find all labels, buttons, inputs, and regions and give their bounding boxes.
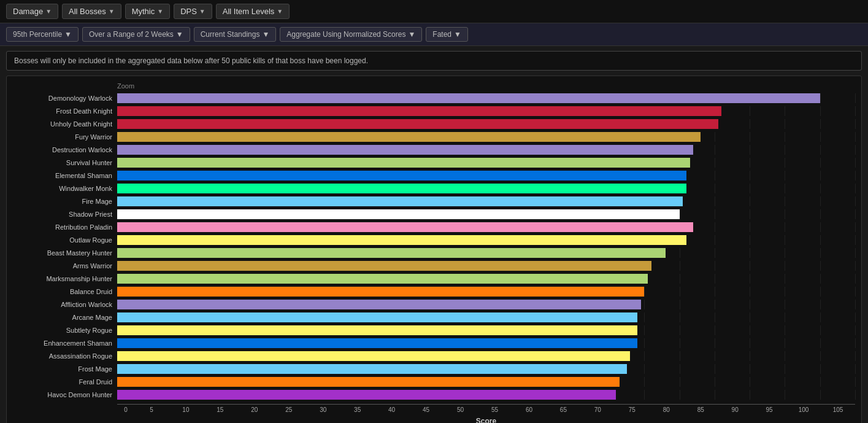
bar-row: Subtlety Rogue <box>13 324 855 336</box>
bar-label: Balance Druid <box>13 288 117 295</box>
x-tick: 65 <box>546 405 580 413</box>
x-tick: 50 <box>444 405 478 413</box>
nav-all-item-levels[interactable]: All Item Levels ▼ <box>216 4 290 19</box>
bar-fill <box>117 300 641 309</box>
bar-row: Feral Druid <box>13 376 855 388</box>
bar-label: Windwalker Monk <box>13 185 117 192</box>
bar-label: Unholy Death Knight <box>13 120 117 128</box>
bar-row: Arcane Mage <box>13 311 855 324</box>
bar-row: Frost Mage <box>13 363 855 375</box>
bar-track <box>117 338 855 348</box>
top-navigation: Damage ▼ All Bosses ▼ Mythic ▼ DPS ▼ All… <box>0 0 868 23</box>
nav-all-bosses[interactable]: All Bosses ▼ <box>62 4 121 19</box>
info-box: Bosses will only be included in the aggr… <box>6 51 862 71</box>
x-tick: 5 <box>134 405 169 413</box>
bar-fill <box>117 119 718 129</box>
x-tick: 55 <box>478 405 512 413</box>
bar-fill <box>117 93 820 103</box>
bar-label: Retribution Paladin <box>13 223 117 231</box>
bar-track <box>117 196 855 206</box>
nav-dps[interactable]: DPS ▼ <box>174 4 212 19</box>
bar-label: Affliction Warlock <box>13 301 117 308</box>
bar-label: Demonology Warlock <box>13 95 117 102</box>
bar-track <box>117 377 855 387</box>
bar-track <box>117 145 855 155</box>
bar-row: Frost Death Knight <box>13 105 855 117</box>
bar-fill <box>117 209 680 219</box>
bar-row: Beast Mastery Hunter <box>13 247 855 259</box>
filter-aggregate[interactable]: Aggregate Using Normalized Scores ▼ <box>280 27 422 42</box>
bar-row: Retribution Paladin <box>13 221 855 233</box>
bar-row: Outlaw Rogue <box>13 234 855 246</box>
x-tick: 60 <box>512 405 546 413</box>
bar-fill <box>117 338 637 348</box>
filter-range[interactable]: Over a Range of 2 Weeks ▼ <box>82 27 190 42</box>
x-tick: 0 <box>117 405 134 413</box>
bar-track <box>117 235 855 245</box>
filter-standings[interactable]: Current Standings ▼ <box>194 27 277 42</box>
bar-row: Demonology Warlock <box>13 92 855 104</box>
bar-label: Arcane Mage <box>13 314 117 321</box>
bar-track <box>117 106 855 116</box>
bar-row: Elemental Shaman <box>13 169 855 182</box>
bar-track <box>117 132 855 142</box>
bar-row: Fury Warrior <box>13 131 855 143</box>
bar-label: Frost Death Knight <box>13 107 117 115</box>
bar-track <box>117 119 855 129</box>
bar-track <box>117 364 855 374</box>
x-tick: 25 <box>272 405 306 413</box>
bar-label: Subtlety Rogue <box>13 327 117 334</box>
bar-fill <box>117 158 690 168</box>
x-tick: 80 <box>649 405 683 413</box>
bar-fill <box>117 261 651 271</box>
nav-mythic[interactable]: Mythic ▼ <box>125 4 170 19</box>
bar-row: Shadow Priest <box>13 208 855 220</box>
bar-track <box>117 261 855 271</box>
bar-row: Assassination Rogue <box>13 350 855 362</box>
nav-damage[interactable]: Damage ▼ <box>6 4 58 19</box>
bar-label: Outlaw Rogue <box>13 236 117 244</box>
bar-label: Fury Warrior <box>13 133 117 141</box>
filter-fated[interactable]: Fated ▼ <box>426 27 468 42</box>
bar-track <box>117 222 855 232</box>
filter-percentile[interactable]: 95th Percentile ▼ <box>6 27 79 42</box>
bar-label: Arms Warrior <box>13 262 117 270</box>
bar-track <box>117 351 855 361</box>
bar-fill <box>117 145 693 155</box>
bar-label: Assassination Rogue <box>13 352 117 360</box>
bar-row: Unholy Death Knight <box>13 118 855 130</box>
bar-fill <box>117 132 701 142</box>
x-tick: 20 <box>237 405 272 413</box>
bar-fill <box>117 377 620 387</box>
bar-track <box>117 171 855 180</box>
x-tick: 30 <box>306 405 340 413</box>
bar-label: Frost Mage <box>13 365 117 373</box>
bar-track <box>117 390 855 400</box>
bar-row: Survival Hunter <box>13 157 855 169</box>
x-tick: 75 <box>615 405 649 413</box>
x-tick: 105 <box>821 405 855 413</box>
bar-row: Balance Druid <box>13 285 855 298</box>
bar-row: Marksmanship Hunter <box>13 273 855 285</box>
chart-bars: Demonology WarlockFrost Death KnightUnho… <box>13 92 855 402</box>
bar-fill <box>117 222 693 232</box>
x-tick: 15 <box>203 405 237 413</box>
bar-track <box>117 274 855 284</box>
bar-label: Destruction Warlock <box>13 146 117 153</box>
bar-label: Shadow Priest <box>13 211 117 218</box>
bar-label: Beast Mastery Hunter <box>13 249 117 257</box>
bar-row: Windwalker Monk <box>13 182 855 195</box>
bar-track <box>117 312 855 322</box>
bar-fill <box>117 106 721 116</box>
bar-label: Feral Druid <box>13 378 117 386</box>
x-tick: 85 <box>683 405 718 413</box>
bar-label: Enhancement Shaman <box>13 340 117 347</box>
bar-label: Havoc Demon Hunter <box>13 391 117 398</box>
x-tick: 10 <box>169 405 203 413</box>
bar-label: Fire Mage <box>13 198 117 205</box>
bar-fill <box>117 196 683 206</box>
bar-fill <box>117 171 686 180</box>
x-tick: 95 <box>752 405 786 413</box>
x-tick: 40 <box>375 405 409 413</box>
bar-fill <box>117 184 686 193</box>
